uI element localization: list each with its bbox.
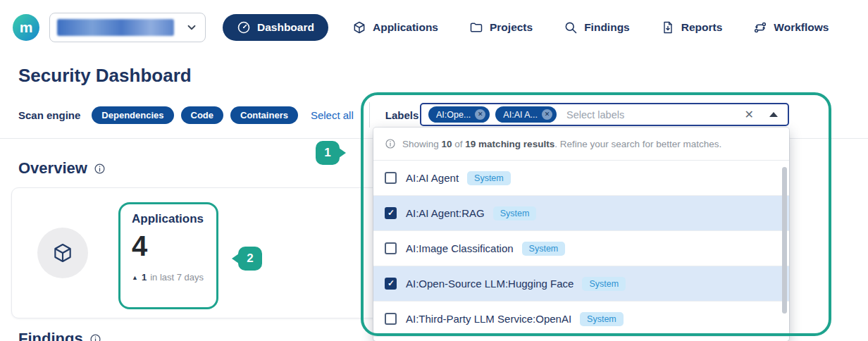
nav-item-label: Projects — [490, 21, 533, 34]
labels-select-input[interactable]: AI:Ope... ✕ AI:AI A... ✕ Select labels ✕ — [420, 103, 789, 126]
overview-heading-text: Overview — [18, 159, 87, 178]
system-badge: System — [522, 242, 566, 256]
info-icon — [94, 163, 106, 175]
nav-item-label: Findings — [584, 21, 630, 34]
nav-item-findings[interactable]: Findings — [557, 14, 637, 41]
clear-selection-icon[interactable]: ✕ — [745, 108, 754, 121]
nav-item-projects[interactable]: Projects — [462, 14, 540, 41]
findings-heading-text: Findings — [18, 330, 83, 341]
scan-engine-label: Scan engine — [18, 109, 80, 121]
main-nav: Dashboard Applications Projects Findings… — [223, 14, 836, 41]
label-option[interactable]: AI:Open-Source LLM:Hugging Face System — [373, 266, 789, 302]
option-checkbox[interactable] — [385, 207, 397, 219]
nav-item-label: Workflows — [774, 21, 829, 34]
org-selector-value-redacted — [57, 19, 174, 36]
dropdown-scrollbar-thumb[interactable] — [782, 167, 787, 314]
annotation-badge-1: 1 — [316, 141, 340, 165]
org-selector-dropdown[interactable] — [49, 13, 206, 42]
nav-item-workflows[interactable]: Workflows — [746, 14, 836, 41]
info-icon — [385, 138, 396, 149]
system-badge: System — [467, 171, 511, 185]
label-chip[interactable]: AI:Ope... ✕ — [428, 106, 490, 123]
info-icon — [89, 333, 101, 341]
reports-document-icon — [661, 20, 675, 35]
label-option[interactable]: AI:AI Agent:RAG System — [373, 196, 789, 231]
delta-up-icon: ▲ — [132, 274, 138, 281]
delta-caption: in last 7 days — [150, 272, 204, 283]
stat-icon-circle — [37, 228, 88, 278]
chip-remove-icon[interactable]: ✕ — [542, 109, 552, 120]
delta-value: 1 — [142, 272, 147, 283]
stat-delta: ▲ 1 in last 7 days — [132, 272, 204, 283]
option-label: AI:Open-Source LLM:Hugging Face — [406, 278, 574, 290]
option-checkbox[interactable] — [385, 278, 397, 290]
label-chip-text: AI:Ope... — [436, 110, 471, 120]
projects-folder-icon — [469, 20, 483, 35]
filters-divider — [369, 102, 370, 128]
option-label: AI:AI Agent:RAG — [406, 207, 485, 219]
labels-select-placeholder: Select labels — [566, 109, 745, 120]
stat-label: Applications — [132, 212, 204, 226]
chip-remove-icon[interactable]: ✕ — [475, 109, 485, 120]
nav-item-label: Applications — [373, 21, 438, 34]
label-option[interactable]: AI:Third-Party LLM Service:OpenAI System — [373, 302, 789, 337]
applications-cube-icon — [352, 20, 366, 35]
option-checkbox[interactable] — [385, 313, 397, 325]
select-all-link[interactable]: Select all — [311, 109, 354, 121]
label-chip[interactable]: AI:AI A... ✕ — [495, 106, 557, 123]
nav-item-label: Reports — [681, 21, 723, 34]
option-checkbox[interactable] — [385, 242, 397, 254]
annotation-badge-2: 2 — [238, 247, 262, 271]
nav-item-applications[interactable]: Applications — [345, 14, 445, 41]
brand-logo-letter: m — [20, 19, 33, 36]
stat-value: 4 — [132, 230, 204, 262]
stat-block: Applications 4 ▲ 1 in last 7 days — [132, 212, 204, 283]
dropdown-info-text: Showing 10 of 19 matching results. Refin… — [402, 139, 721, 149]
chevron-down-icon — [185, 21, 198, 34]
labels-label: Labels — [385, 109, 419, 121]
nav-item-label: Dashboard — [257, 21, 314, 34]
system-badge: System — [580, 312, 624, 326]
label-option[interactable]: AI:AI Agent System — [373, 161, 789, 196]
top-nav: m Dashboard Applications Projects Findin… — [0, 0, 868, 55]
labels-dropdown-panel: Showing 10 of 19 matching results. Refin… — [373, 128, 789, 341]
brand-logo: m — [13, 14, 39, 41]
findings-heading: Findings — [18, 330, 101, 341]
applications-stat-card[interactable]: Applications 4 ▲ 1 in last 7 days — [11, 187, 420, 318]
dropdown-caret-icon[interactable] — [769, 112, 778, 117]
dropdown-info-row: Showing 10 of 19 matching results. Refin… — [373, 128, 789, 161]
option-checkbox[interactable] — [385, 172, 397, 184]
label-option[interactable]: AI:Image Classification System — [373, 231, 789, 266]
option-label: AI:Image Classification — [406, 242, 514, 254]
page-title: Security Dashboard — [18, 65, 192, 87]
scan-engine-pill-dependencies[interactable]: Dependencies — [92, 106, 173, 124]
system-badge: System — [582, 277, 626, 291]
dashboard-gauge-icon — [237, 20, 251, 35]
option-label: AI:Third-Party LLM Service:OpenAI — [406, 313, 571, 325]
scan-engine-pill-containers[interactable]: Containers — [230, 106, 298, 124]
nav-item-reports[interactable]: Reports — [654, 14, 730, 41]
overview-heading: Overview — [18, 159, 106, 178]
filters-row: Scan engine Dependencies Code Containers… — [18, 103, 418, 127]
applications-cube-icon — [51, 242, 74, 264]
label-chip-text: AI:AI A... — [503, 110, 538, 120]
scan-engine-pill-code[interactable]: Code — [181, 106, 224, 124]
system-badge: System — [493, 206, 537, 221]
workflows-flow-icon — [753, 20, 767, 35]
findings-search-icon — [564, 20, 578, 35]
nav-item-dashboard[interactable]: Dashboard — [223, 14, 328, 41]
option-label: AI:AI Agent — [406, 172, 459, 184]
